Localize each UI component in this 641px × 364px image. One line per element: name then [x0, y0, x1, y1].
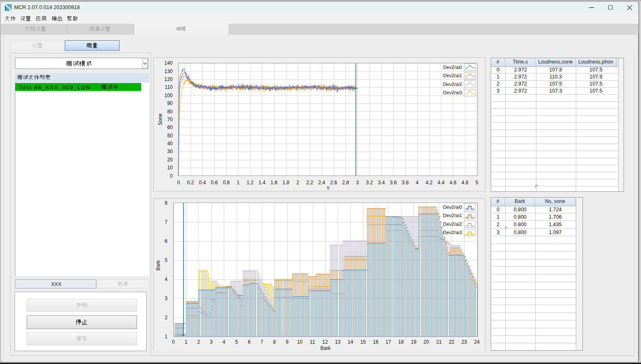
svg-text:2.2: 2.2: [306, 180, 313, 186]
svg-text:3.8: 3.8: [401, 180, 409, 186]
svg-text:2.6: 2.6: [330, 180, 337, 186]
svg-text:20: 20: [423, 339, 429, 345]
svg-text:21: 21: [436, 339, 442, 345]
svg-text:120: 120: [164, 76, 172, 82]
svg-text:4.6: 4.6: [449, 180, 456, 186]
svg-text:22: 22: [448, 339, 454, 345]
svg-text:13: 13: [335, 339, 340, 345]
svg-text:4.4: 4.4: [437, 180, 444, 186]
svg-text:60: 60: [167, 125, 173, 130]
svg-text:s: s: [327, 185, 329, 191]
svg-text:4.2: 4.2: [426, 180, 433, 186]
svg-text:3.2: 3.2: [366, 180, 373, 186]
svg-text:12: 12: [322, 339, 328, 345]
svg-text:3: 3: [356, 180, 359, 186]
svg-text:0.2: 0.2: [187, 180, 194, 186]
svg-text:Bark: Bark: [320, 345, 331, 350]
svg-text:23: 23: [461, 339, 467, 345]
svg-text:140: 140: [164, 60, 172, 66]
svg-text:10: 10: [297, 339, 303, 345]
svg-text:1.4: 1.4: [258, 180, 265, 186]
svg-text:100: 100: [164, 93, 172, 98]
svg-text:Dev2/ai2: Dev2/ai2: [443, 221, 462, 226]
svg-text:7: 7: [260, 339, 263, 345]
svg-text:0.4: 0.4: [199, 180, 206, 186]
svg-text:19: 19: [411, 339, 416, 345]
svg-text:5: 5: [235, 339, 238, 345]
svg-text:18: 18: [398, 339, 404, 345]
svg-text:9: 9: [286, 339, 289, 345]
svg-text:7: 7: [164, 219, 167, 225]
svg-text:0: 0: [172, 339, 175, 345]
svg-text:5: 5: [164, 257, 167, 263]
svg-text:110: 110: [164, 84, 172, 90]
svg-text:2.8: 2.8: [342, 180, 349, 186]
svg-text:20: 20: [167, 157, 173, 163]
svg-text:Dev2/ai0: Dev2/ai0: [443, 204, 462, 209]
svg-text:2: 2: [197, 339, 200, 345]
svg-text:130: 130: [164, 68, 172, 74]
svg-text:3: 3: [210, 339, 213, 345]
svg-text:15: 15: [360, 339, 366, 345]
svg-text:3: 3: [164, 295, 167, 301]
svg-text:1.6: 1.6: [270, 180, 277, 186]
svg-text:6: 6: [164, 238, 167, 244]
svg-text:Dev2/ai0: Dev2/ai0: [443, 64, 462, 70]
svg-text:10: 10: [167, 165, 173, 171]
svg-text:5: 5: [475, 180, 478, 186]
svg-text:Sone: Sone: [157, 113, 163, 125]
svg-text:4: 4: [164, 276, 167, 282]
svg-text:0: 0: [170, 173, 173, 179]
svg-text:50: 50: [167, 133, 173, 139]
svg-text:1: 1: [164, 334, 167, 340]
svg-text:30: 30: [167, 149, 173, 154]
svg-text:2: 2: [296, 180, 299, 186]
svg-text:4: 4: [222, 339, 225, 345]
svg-text:Dev2/ai3: Dev2/ai3: [443, 230, 462, 235]
svg-text:8: 8: [273, 339, 276, 345]
svg-text:3.6: 3.6: [389, 180, 396, 186]
svg-text:Dev2/ai1: Dev2/ai1: [443, 73, 462, 78]
svg-text:Dev2/ai3: Dev2/ai3: [443, 90, 462, 95]
svg-text:8: 8: [164, 200, 167, 205]
svg-text:16: 16: [373, 339, 379, 345]
svg-text:4: 4: [416, 180, 418, 186]
svg-text:0.6: 0.6: [210, 180, 218, 186]
svg-text:1.8: 1.8: [282, 180, 289, 186]
svg-text:0.8: 0.8: [223, 180, 230, 186]
svg-text:Dev2/ai1: Dev2/ai1: [443, 213, 462, 218]
svg-text:80: 80: [167, 109, 173, 115]
svg-text:1.2: 1.2: [247, 180, 254, 186]
svg-text:1: 1: [237, 180, 240, 186]
svg-text:17: 17: [385, 339, 391, 345]
svg-text:40: 40: [167, 141, 173, 147]
svg-text:1: 1: [184, 339, 187, 345]
svg-text:4.8: 4.8: [461, 180, 468, 186]
svg-text:3.4: 3.4: [378, 180, 385, 186]
svg-text:14: 14: [347, 339, 353, 345]
svg-text:Dev2/ai2: Dev2/ai2: [443, 81, 462, 87]
svg-text:90: 90: [167, 100, 173, 106]
svg-text:0: 0: [177, 180, 180, 186]
svg-text:Bark: Bark: [155, 260, 161, 271]
svg-text:70: 70: [167, 117, 173, 122]
svg-text:6: 6: [247, 339, 250, 345]
svg-text:24: 24: [474, 339, 480, 345]
svg-text:11: 11: [310, 339, 315, 345]
svg-text:2.4: 2.4: [318, 180, 325, 186]
svg-text:2: 2: [164, 314, 167, 320]
